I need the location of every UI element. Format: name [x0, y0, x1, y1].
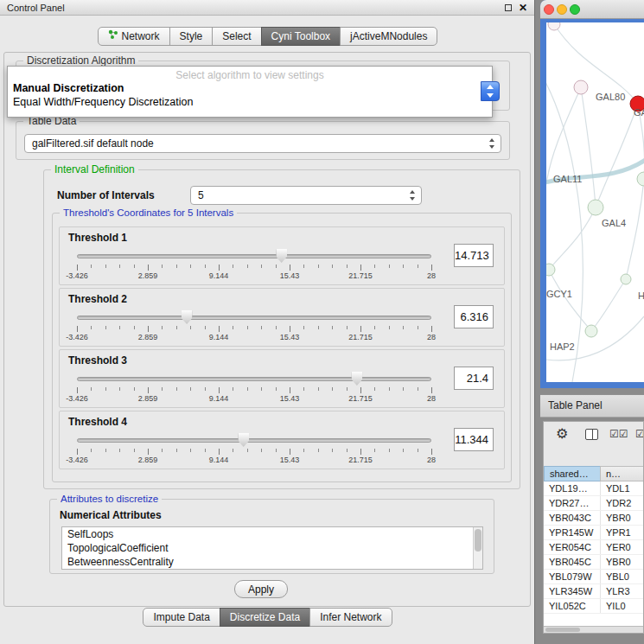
cell-name[interactable]: YBL0 — [601, 570, 644, 583]
numerical-attributes-list[interactable]: SelfLoopsTopologicalCoefficientBetweenne… — [61, 526, 483, 570]
cell-name[interactable]: YLR3 — [601, 584, 644, 598]
minimize-traffic-light-icon[interactable] — [557, 4, 567, 15]
table-row[interactable]: YBR043CYBR0 — [544, 511, 644, 526]
list-item-topologicalcoefficient[interactable]: TopologicalCoefficient — [62, 541, 482, 555]
bottom-tab-bar: Impute DataDiscretize DataInfer Network — [0, 608, 535, 627]
cell-name[interactable]: YIL0 — [601, 599, 644, 613]
network-node-gal80[interactable] — [574, 80, 588, 94]
number-of-intervals-select[interactable]: 5 — [190, 186, 422, 205]
stepper-icon — [488, 137, 496, 150]
table-row[interactable]: YIL052CYIL0 — [544, 599, 644, 614]
network-node-hap2[interactable] — [585, 325, 597, 337]
slider-thumb[interactable] — [351, 372, 362, 386]
dropdown-item-manual-discretization[interactable]: Manual Discretization — [8, 81, 492, 95]
tab-impute-data[interactable]: Impute Data — [143, 608, 220, 627]
slider-track[interactable] — [77, 377, 431, 381]
cell-name[interactable]: YER0 — [601, 540, 644, 554]
column-header-name[interactable]: n… — [600, 466, 644, 481]
apply-button[interactable]: Apply — [234, 580, 288, 598]
network-window-titlebar — [540, 0, 644, 19]
cell-shared-name[interactable]: YIL052C — [544, 599, 601, 613]
scale-label: 15.43 — [280, 333, 300, 341]
cell-shared-name[interactable]: YLR345W — [544, 584, 601, 598]
tab-style[interactable]: Style — [169, 27, 214, 46]
table-row[interactable]: YBL079WYBL0 — [544, 570, 644, 584]
slider-scale: -3.4262.8599.14415.4321.71528 — [77, 271, 431, 281]
float-window-icon[interactable] — [505, 4, 512, 11]
scale-label: 15.43 — [280, 456, 300, 464]
table-body[interactable]: YDL19…YDL1YDR27…YDR2YBR043CYBR0YPR145WYP… — [544, 481, 644, 626]
network-node-gcy1[interactable] — [546, 264, 555, 276]
list-item-selfloops[interactable]: SelfLoops — [62, 527, 482, 541]
scale-label: 9.144 — [209, 271, 229, 280]
threshold-label: Threshold 3 — [68, 354, 127, 367]
network-canvas[interactable]: GAL80 GAL11 GAL4 GCY1 HAP2 GA HA — [546, 22, 644, 382]
tab-discretize-data[interactable]: Discretize Data — [220, 608, 310, 627]
tab-network[interactable]: Network — [98, 27, 170, 46]
cell-shared-name[interactable]: YDR27… — [544, 496, 601, 510]
cell-name[interactable]: YBR0 — [601, 555, 644, 569]
slider-thumb[interactable] — [238, 433, 249, 447]
cell-name[interactable]: YBR0 — [601, 511, 644, 525]
slider-scale: -3.4262.8599.14415.4321.71528 — [77, 333, 431, 342]
columns-icon[interactable] — [585, 429, 598, 440]
dropdown-item-equal-width-frequency[interactable]: Equal Width/Frequency Discretization — [8, 95, 492, 109]
tab-jactivemnodules[interactable]: jActiveMNodules — [340, 27, 437, 46]
close-icon[interactable]: ✕ — [519, 0, 527, 16]
tab-cyni-toolbox[interactable]: Cyni Toolbox — [261, 27, 341, 46]
threshold-3-slider[interactable]: -3.4262.8599.14415.4321.71528 — [70, 369, 438, 407]
cell-name[interactable]: YPR1 — [601, 526, 644, 539]
gear-icon[interactable]: ⚙ — [556, 425, 568, 442]
column-header-shared[interactable]: shared… — [544, 466, 601, 481]
zoom-traffic-light-icon[interactable] — [570, 4, 580, 15]
threshold-label: Threshold 4 — [68, 416, 127, 428]
network-node[interactable] — [637, 172, 644, 186]
node-table-window: ⚙ ☑☑ ☑☑ shared… n… YDL19…YDL1YDR27…YDR2Y… — [543, 421, 644, 634]
scrollbar-thumb[interactable] — [545, 628, 580, 632]
cell-shared-name[interactable]: YBR043C — [544, 511, 601, 525]
table-row[interactable]: YER054CYER0 — [544, 540, 644, 555]
threshold-4-slider[interactable]: -3.4262.8599.14415.4321.71528 — [70, 430, 438, 469]
slider-thumb[interactable] — [276, 249, 287, 263]
slider-track[interactable] — [77, 316, 431, 320]
table-row[interactable]: YDR27…YDR2 — [544, 496, 644, 511]
checkbox-icons-clipped[interactable]: ☑☑ — [635, 428, 644, 440]
scale-label: -3.426 — [66, 456, 88, 464]
tab-infer-network[interactable]: Infer Network — [309, 608, 392, 627]
algorithm-select-stepper-icon[interactable] — [481, 81, 500, 101]
table-row[interactable]: YDL19…YDL1 — [544, 481, 644, 496]
checkbox-icons[interactable]: ☑☑ — [609, 428, 628, 440]
scrollbar[interactable] — [473, 527, 482, 569]
list-item-betweennesscentrality[interactable]: BetweennessCentrality — [62, 555, 482, 569]
close-traffic-light-icon[interactable] — [544, 4, 554, 15]
slider-ticks — [77, 449, 431, 455]
scrollbar-thumb[interactable] — [475, 529, 481, 552]
cell-name[interactable]: YDL1 — [601, 481, 644, 495]
table-row[interactable]: YLR345WYLR3 — [544, 584, 644, 599]
cell-shared-name[interactable]: YPR145W — [544, 526, 601, 539]
slider-track[interactable] — [77, 438, 431, 443]
cell-shared-name[interactable]: YER054C — [544, 540, 601, 554]
tab-label: Cyni Toolbox — [271, 27, 330, 46]
network-node[interactable] — [621, 274, 631, 284]
network-icon — [108, 27, 118, 46]
slider-track[interactable] — [77, 254, 431, 258]
tab-select[interactable]: Select — [212, 27, 261, 46]
horizontal-scrollbar[interactable] — [544, 626, 643, 633]
table-row[interactable]: YPR145WYPR1 — [544, 526, 644, 540]
threshold-1-slider[interactable]: -3.4262.8599.14415.4321.71528 — [70, 246, 438, 284]
threshold-2-slider[interactable]: -3.4262.8599.14415.4321.71528 — [70, 308, 438, 346]
cell-shared-name[interactable]: YBR045C — [544, 555, 601, 569]
threshold-value-field[interactable]: 6.316 — [454, 305, 494, 328]
table-row[interactable]: YBR045CYBR0 — [544, 555, 644, 570]
table-data-select[interactable]: galFiltered.sif default node — [24, 134, 501, 153]
network-node[interactable] — [548, 22, 560, 30]
threshold-value-field[interactable]: 11.344 — [454, 428, 494, 451]
cell-shared-name[interactable]: YDL19… — [544, 481, 601, 495]
cell-name[interactable]: YDR2 — [601, 496, 644, 510]
threshold-value-field[interactable]: 21.4 — [454, 367, 494, 390]
threshold-value-field[interactable]: 14.713 — [454, 244, 494, 267]
cell-shared-name[interactable]: YBL079W — [544, 570, 601, 583]
network-node-gal4[interactable] — [588, 200, 603, 215]
slider-thumb[interactable] — [182, 310, 193, 324]
